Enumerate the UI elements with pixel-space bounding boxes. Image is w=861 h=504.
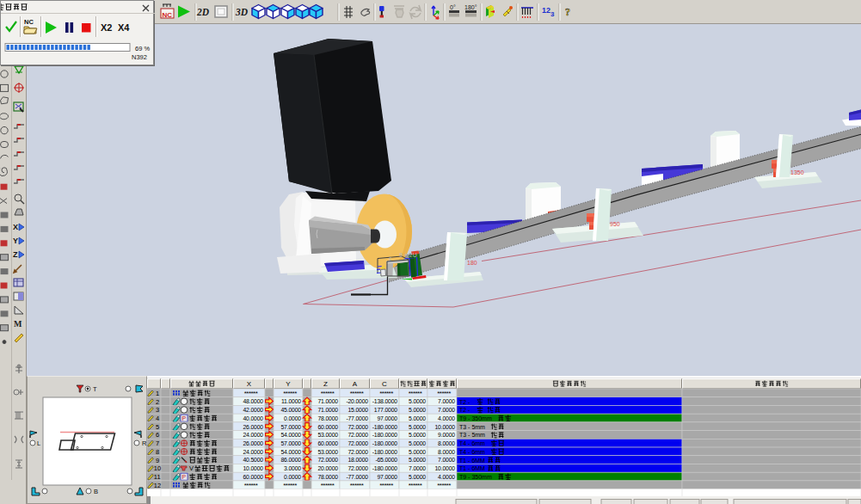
svg-text:26.0000: 26.0000 (243, 440, 263, 446)
svg-text:7.0000: 7.0000 (438, 457, 455, 463)
svg-text:******: ****** (321, 390, 335, 397)
svg-text:3: 3 (156, 406, 159, 414)
svg-text:-180.0000: -180.0000 (372, 432, 398, 438)
svg-text:57.0000: 57.0000 (280, 424, 301, 430)
svg-text:A: A (353, 380, 358, 388)
svg-text:T4 - 6mm: T4 - 6mm (459, 449, 485, 455)
svg-text:8.0000: 8.0000 (438, 449, 455, 455)
svg-text:60.0000: 60.0000 (317, 440, 338, 446)
svg-text:72.0000: 72.0000 (347, 449, 368, 455)
svg-text:NC: NC (24, 18, 34, 26)
svg-text:5.0000: 5.0000 (409, 407, 426, 413)
svg-text:54.0000: 54.0000 (280, 432, 301, 438)
svg-text:86.0000: 86.0000 (280, 457, 301, 463)
svg-text:72.0000: 72.0000 (347, 432, 368, 438)
svg-text:T1 - 6MM: T1 - 6MM (459, 458, 485, 464)
svg-text:******: ****** (244, 390, 258, 397)
svg-text:-180.0000: -180.0000 (372, 440, 398, 446)
svg-text:5.0000: 5.0000 (409, 432, 426, 438)
svg-text:10.0000: 10.0000 (243, 465, 263, 471)
svg-text:-20.0000: -20.0000 (346, 398, 368, 404)
svg-text:97.0000: 97.0000 (377, 415, 397, 421)
svg-text:71.0000: 71.0000 (317, 407, 338, 413)
svg-text:57.0000: 57.0000 (280, 440, 301, 446)
svg-text:T9 - 350mm: T9 - 350mm (459, 415, 492, 421)
svg-text:******: ****** (321, 482, 335, 489)
svg-text:54.0000: 54.0000 (280, 449, 301, 455)
svg-text:9: 9 (156, 457, 159, 464)
svg-text:7.0000: 7.0000 (438, 398, 455, 404)
svg-text:11.0000: 11.0000 (281, 398, 301, 404)
svg-text:******: ****** (350, 482, 364, 489)
svg-text:X: X (247, 380, 252, 388)
svg-text:5.0000: 5.0000 (409, 424, 426, 430)
svg-text:8: 8 (156, 448, 159, 456)
svg-text:T3 - 5mm: T3 - 5mm (459, 432, 485, 438)
svg-text:5.0000: 5.0000 (409, 449, 426, 455)
svg-text:78.0000: 78.0000 (317, 474, 338, 480)
svg-text:******: ****** (409, 482, 422, 489)
svg-text:******: ****** (409, 390, 422, 397)
svg-text:-77.0000: -77.0000 (346, 415, 368, 421)
svg-text:5.0000: 5.0000 (409, 415, 426, 421)
svg-text:-180.0000: -180.0000 (372, 449, 398, 455)
svg-text:7.0000: 7.0000 (409, 465, 426, 471)
svg-text:7.0000: 7.0000 (438, 407, 455, 413)
svg-text:72.0000: 72.0000 (347, 440, 368, 446)
svg-text:78.0000: 78.0000 (317, 415, 338, 421)
svg-text:******: ****** (350, 390, 364, 397)
svg-text:0.0000: 0.0000 (284, 474, 301, 480)
svg-text:18.0000: 18.0000 (347, 457, 368, 463)
svg-text:72.0000: 72.0000 (317, 457, 338, 463)
svg-text:11: 11 (154, 473, 161, 481)
svg-text:X4: X4 (118, 22, 130, 33)
svg-text:T1 - 6MM: T1 - 6MM (459, 465, 485, 471)
svg-text:T9 - 350mm: T9 - 350mm (459, 474, 492, 480)
svg-text:20.0000: 20.0000 (317, 465, 338, 471)
svg-text:40.0000: 40.0000 (243, 415, 263, 421)
svg-text:5.0000: 5.0000 (409, 457, 426, 463)
svg-text:-180.0000: -180.0000 (372, 424, 398, 430)
svg-text:******: ****** (437, 390, 451, 397)
svg-text:V: V (189, 464, 194, 472)
svg-text:0.0000: 0.0000 (284, 415, 301, 421)
svg-text:71.0000: 71.0000 (317, 398, 338, 404)
svg-text:T2 -: T2 - (459, 407, 470, 413)
svg-text:7: 7 (156, 439, 159, 447)
svg-text:4.0000: 4.0000 (438, 415, 455, 421)
svg-text:8.0000: 8.0000 (438, 440, 455, 446)
svg-text:3.0000: 3.0000 (284, 465, 301, 471)
svg-text:5: 5 (156, 423, 159, 431)
svg-text:Y: Y (286, 380, 291, 388)
svg-text:6: 6 (156, 431, 159, 439)
svg-text:-138.0000: -138.0000 (372, 398, 398, 404)
svg-text:-180.0000: -180.0000 (372, 465, 398, 471)
svg-text:******: ****** (244, 482, 258, 489)
svg-text:T4 - 6mm: T4 - 6mm (459, 440, 485, 446)
svg-text:P: P (182, 474, 187, 480)
svg-text:97.0000: 97.0000 (377, 474, 397, 480)
svg-text:-77.0000: -77.0000 (346, 474, 368, 480)
svg-text:C: C (382, 380, 387, 388)
svg-text:53.0000: 53.0000 (317, 449, 338, 455)
svg-text:1: 1 (156, 390, 159, 397)
svg-text:48.0000: 48.0000 (243, 398, 263, 404)
svg-text:Z: Z (323, 380, 328, 388)
svg-text:4.0000: 4.0000 (438, 474, 455, 480)
svg-text:53.0000: 53.0000 (317, 432, 338, 438)
svg-text:******: ****** (283, 390, 297, 397)
svg-text:5.0000: 5.0000 (409, 398, 426, 404)
svg-text:12: 12 (154, 482, 161, 489)
svg-text:60.0000: 60.0000 (243, 474, 263, 480)
svg-text:42.0000: 42.0000 (243, 407, 263, 413)
svg-text:45.0000: 45.0000 (280, 407, 301, 413)
svg-text:******: ****** (437, 482, 451, 489)
svg-text:******: ****** (379, 482, 393, 489)
svg-text:177.0000: 177.0000 (374, 407, 398, 413)
svg-text:24.0000: 24.0000 (243, 449, 263, 455)
svg-text:P: P (182, 415, 187, 421)
svg-text:N392: N392 (132, 53, 147, 61)
svg-text:40.5000: 40.5000 (243, 457, 263, 463)
svg-text:72.0000: 72.0000 (347, 424, 368, 430)
svg-text:4: 4 (156, 415, 159, 422)
